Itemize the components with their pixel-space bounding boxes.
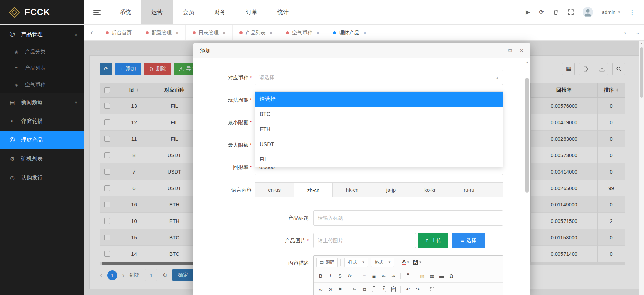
remove-format-icon[interactable]: Ix bbox=[345, 272, 354, 280]
tab-air-coin[interactable]: 空气币种 × bbox=[279, 25, 326, 40]
insert-image-icon[interactable]: ▧ bbox=[418, 272, 427, 280]
dialog-vertical-scrollbar[interactable]: ▲ bbox=[525, 60, 529, 294]
nav-item-finance[interactable]: 财务 bbox=[204, 0, 236, 24]
fullscreen-icon[interactable] bbox=[568, 9, 574, 15]
outdent-icon[interactable]: ⇤ bbox=[379, 272, 388, 280]
paste-icon[interactable] bbox=[370, 285, 378, 294]
lang-tab-ja-jp[interactable]: ja-jp bbox=[372, 183, 411, 197]
more-options-icon[interactable]: ⋮ bbox=[629, 9, 635, 15]
product-image-input[interactable] bbox=[313, 233, 416, 248]
field-label: 最小限额* bbox=[193, 115, 252, 130]
sidebar-item-subscription-issue[interactable]: ◷ 认购发行 bbox=[0, 168, 84, 187]
scroll-up-icon[interactable]: ▲ bbox=[639, 41, 644, 46]
lang-tab-zh-cn[interactable]: zh-cn bbox=[294, 183, 333, 197]
format-dropdown[interactable]: 格式 ▾ bbox=[371, 258, 394, 267]
currency-select[interactable]: 请选择 ▴ bbox=[255, 70, 503, 85]
tab-wealth-product[interactable]: 理财产品 × bbox=[326, 25, 373, 40]
nav-item-system[interactable]: 系统 bbox=[110, 0, 141, 24]
choose-button[interactable]: ≡ 选择 bbox=[452, 233, 485, 248]
tab-close-icon[interactable]: × bbox=[316, 30, 319, 36]
editor-maximize-icon[interactable] bbox=[428, 285, 436, 294]
trash-icon[interactable] bbox=[553, 9, 559, 15]
dropdown-option-fil[interactable]: FIL bbox=[255, 152, 503, 167]
avatar[interactable] bbox=[583, 7, 593, 17]
user-menu[interactable]: admin ▾ bbox=[602, 9, 620, 15]
sidebar-item-air-coin[interactable]: ◈ 空气币种 bbox=[0, 77, 84, 93]
sidebar-toggle-button[interactable] bbox=[84, 0, 110, 24]
tab-close-icon[interactable]: × bbox=[176, 30, 179, 36]
field-label: 语言内容 bbox=[193, 182, 252, 197]
scrollbar-thumb[interactable] bbox=[640, 47, 643, 98]
tabs-scroll-left-button[interactable]: ‹ bbox=[84, 25, 99, 40]
ordered-list-icon[interactable]: ≡ bbox=[360, 272, 369, 280]
tabs-scroll-right-button[interactable]: › bbox=[619, 25, 631, 40]
upload-button[interactable]: ↥ 上传 bbox=[418, 233, 448, 248]
navbar-right-tools: ▶ ⟳ admin ▾ ⋮ bbox=[526, 0, 644, 24]
news-channel-icon: ▤ bbox=[9, 99, 16, 106]
dropdown-option-placeholder[interactable]: 请选择 bbox=[255, 92, 503, 107]
close-icon[interactable]: × bbox=[520, 48, 523, 54]
dialog-header[interactable]: 添加 — ⧉ × bbox=[193, 43, 530, 58]
bold-icon[interactable]: B bbox=[316, 272, 325, 280]
nav-item-operation[interactable]: 运营 bbox=[141, 0, 173, 24]
sidebar-group-news-channel[interactable]: ▤ 新闻频道 ∨ bbox=[0, 93, 84, 112]
style-dropdown[interactable]: 样式 ▾ bbox=[344, 258, 368, 267]
special-char-icon[interactable]: Ω bbox=[447, 272, 456, 280]
lang-tab-hk-cn[interactable]: hk-cn bbox=[333, 183, 372, 197]
insert-table-icon[interactable]: ▦ bbox=[428, 272, 436, 280]
blockquote-icon[interactable]: “ bbox=[404, 272, 412, 280]
background-color-button[interactable]: A ▾ bbox=[411, 260, 423, 265]
anchor-icon[interactable]: ⚑ bbox=[336, 285, 344, 294]
scroll-up-icon[interactable]: ▲ bbox=[525, 60, 529, 64]
page-vertical-scrollbar[interactable]: ▲ bbox=[639, 41, 644, 295]
italic-icon[interactable]: I bbox=[326, 272, 335, 280]
unordered-list-icon[interactable]: ≣ bbox=[370, 272, 378, 280]
product-title-input[interactable] bbox=[313, 210, 503, 226]
maximize-icon[interactable]: ⧉ bbox=[508, 48, 512, 54]
scrollbar-thumb[interactable] bbox=[525, 78, 529, 193]
copy-icon[interactable]: ⧉ bbox=[360, 285, 369, 294]
product-management-icon: Ⓟ bbox=[9, 31, 16, 38]
sidebar-group-product-management[interactable]: Ⓟ 产品管理 ∧ bbox=[0, 25, 84, 44]
lang-tab-ko-kr[interactable]: ko-kr bbox=[411, 183, 449, 197]
lang-tab-ru-ru[interactable]: ru-ru bbox=[449, 183, 488, 197]
text-color-button[interactable]: A ▾ bbox=[401, 259, 410, 265]
nav-item-order[interactable]: 订单 bbox=[236, 0, 267, 24]
tab-close-icon[interactable]: × bbox=[223, 30, 226, 36]
redo-icon[interactable]: ↷ bbox=[413, 285, 422, 294]
strikethrough-icon[interactable]: S bbox=[336, 272, 344, 280]
undo-icon[interactable]: ↶ bbox=[404, 285, 412, 294]
sidebar-item-popup-carousel[interactable]: ◐ 弹窗轮播 bbox=[0, 112, 84, 131]
indent-icon[interactable]: ⇥ bbox=[389, 272, 398, 280]
brand-logo-area[interactable]: FCCK bbox=[0, 0, 84, 24]
link-icon[interactable]: ∞ bbox=[316, 285, 325, 294]
nav-item-member[interactable]: 会员 bbox=[173, 0, 204, 24]
tabs-list-button[interactable]: ⌄ bbox=[631, 25, 644, 40]
unlink-icon[interactable]: ⊘ bbox=[326, 285, 335, 294]
sidebar-item-product-list[interactable]: ≡ 产品列表 bbox=[0, 60, 84, 77]
paste-text-icon[interactable]: T bbox=[379, 285, 388, 294]
refresh-icon[interactable]: ⟳ bbox=[539, 9, 544, 15]
sidebar-item-miner-list[interactable]: ⚙ 矿机列表 bbox=[0, 149, 84, 168]
cut-icon[interactable]: ✂ bbox=[350, 285, 359, 294]
paste-word-icon[interactable]: W bbox=[389, 285, 398, 294]
tab-logs[interactable]: 日志管理 × bbox=[186, 25, 233, 40]
tab-close-icon[interactable]: × bbox=[270, 30, 273, 36]
tab-dashboard[interactable]: 后台首页 bbox=[99, 25, 139, 40]
sidebar-item-wealth-product[interactable]: Ⓖ 理财产品 bbox=[0, 131, 84, 149]
sidebar-item-product-category[interactable]: ◉ 产品分类 bbox=[0, 44, 84, 60]
tab-product-list[interactable]: 产品列表 × bbox=[233, 25, 280, 40]
source-code-button[interactable]: ▤ 源码 bbox=[316, 258, 338, 267]
tab-dot-icon bbox=[146, 31, 149, 34]
currency-dropdown: 请选择 BTC ETH USDT FIL bbox=[255, 91, 503, 167]
nav-item-stats[interactable]: 统计 bbox=[267, 0, 299, 24]
horizontal-rule-icon[interactable]: ▬ bbox=[437, 272, 446, 280]
run-icon[interactable]: ▶ bbox=[526, 9, 530, 15]
tab-config[interactable]: 配置管理 × bbox=[139, 25, 186, 40]
dropdown-option-btc[interactable]: BTC bbox=[255, 107, 503, 122]
dropdown-option-usdt[interactable]: USDT bbox=[255, 137, 503, 152]
tab-close-icon[interactable]: × bbox=[363, 30, 366, 36]
dropdown-option-eth[interactable]: ETH bbox=[255, 122, 503, 137]
lang-tab-en-us[interactable]: en-us bbox=[255, 183, 294, 197]
minimize-icon[interactable]: — bbox=[495, 48, 500, 54]
